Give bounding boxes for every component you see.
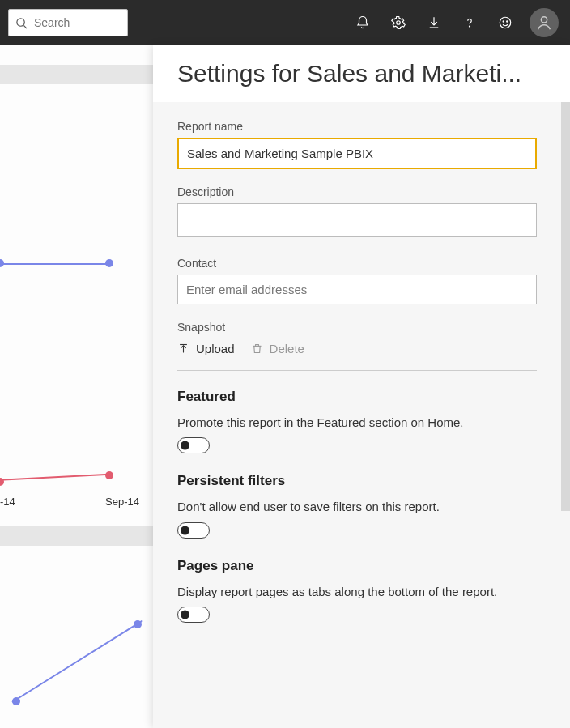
featured-description: Promote this report in the Featured sect…	[177, 415, 546, 431]
contact-input[interactable]	[177, 275, 537, 304]
contact-field: Contact	[177, 257, 546, 304]
report-name-label: Report name	[177, 120, 546, 133]
persistent-heading: Persistent filters	[177, 473, 546, 489]
svg-point-2	[397, 21, 401, 25]
panel-body: Report name Description Contact Snapshot…	[153, 102, 570, 728]
pages-pane-section: Pages pane Display report pages as tabs …	[177, 558, 546, 623]
search-input[interactable]	[34, 16, 121, 29]
scrollbar[interactable]	[561, 102, 570, 511]
description-field: Description	[177, 185, 546, 241]
report-name-field: Report name	[177, 120, 546, 169]
svg-point-0	[17, 18, 24, 25]
svg-point-5	[503, 21, 504, 22]
top-bar	[0, 0, 570, 45]
axis-tick: -14	[0, 496, 15, 508]
axis-tick: Sep-14	[105, 496, 139, 508]
user-avatar[interactable]	[530, 8, 559, 37]
upload-icon	[177, 343, 189, 355]
svg-point-4	[500, 17, 511, 28]
persistent-filters-section: Persistent filters Don't allow end user …	[177, 473, 546, 538]
svg-point-6	[507, 21, 508, 22]
svg-line-1	[23, 25, 27, 28]
snapshot-field: Snapshot Upload Delete	[177, 321, 546, 355]
report-name-input[interactable]	[177, 138, 537, 169]
snapshot-label: Snapshot	[177, 321, 546, 334]
search-icon	[15, 17, 28, 29]
description-label: Description	[177, 185, 546, 198]
delete-label: Delete	[270, 342, 304, 355]
trash-icon	[251, 343, 263, 355]
topbar-icons	[345, 0, 562, 45]
svg-point-3	[469, 26, 470, 27]
featured-section: Featured Promote this report in the Feat…	[177, 389, 546, 453]
featured-toggle[interactable]	[177, 437, 210, 453]
notifications-icon[interactable]	[345, 0, 381, 45]
panel-title: Settings for Sales and Marketi...	[177, 60, 546, 87]
contact-label: Contact	[177, 257, 546, 270]
pages-heading: Pages pane	[177, 558, 546, 574]
settings-icon[interactable]	[381, 0, 416, 45]
persistent-toggle[interactable]	[177, 522, 210, 539]
download-icon[interactable]	[416, 0, 452, 45]
panel-header: Settings for Sales and Marketi...	[153, 45, 570, 102]
persistent-description: Don't allow end user to save filters on …	[177, 499, 546, 515]
svg-point-7	[541, 17, 547, 23]
feedback-icon[interactable]	[487, 0, 523, 45]
search-box[interactable]	[8, 9, 128, 36]
help-icon[interactable]	[452, 0, 487, 45]
snapshot-delete-button[interactable]: Delete	[251, 342, 304, 355]
divider	[177, 370, 537, 371]
upload-label: Upload	[196, 342, 235, 355]
description-input[interactable]	[177, 203, 537, 237]
featured-heading: Featured	[177, 389, 546, 405]
snapshot-upload-button[interactable]: Upload	[177, 342, 235, 355]
pages-description: Display report pages as tabs along the b…	[177, 584, 546, 600]
settings-panel: Settings for Sales and Marketi... Report…	[153, 45, 570, 728]
pages-toggle[interactable]	[177, 607, 210, 623]
